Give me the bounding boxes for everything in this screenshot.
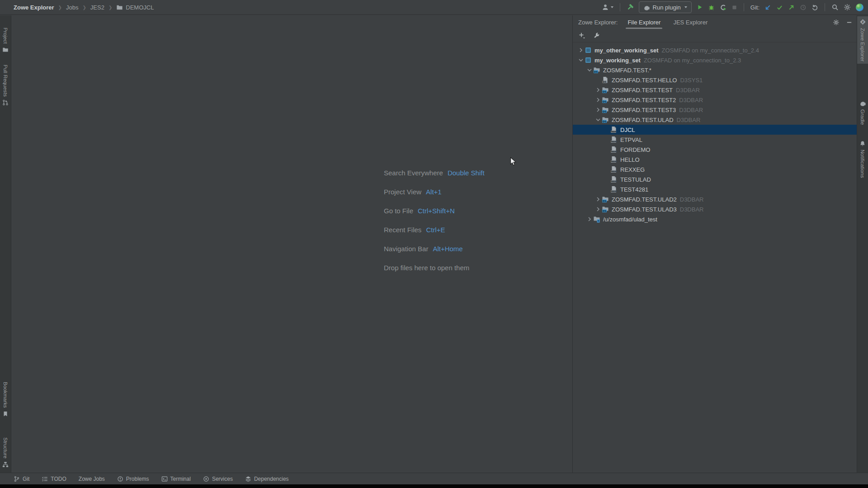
settings-gear-icon[interactable]: [844, 4, 851, 11]
breadcrumb-item-zowe-explorer[interactable]: Zowe Explorer: [14, 4, 54, 11]
chevron-down-icon[interactable]: [594, 116, 602, 123]
working-set-icon: [585, 47, 592, 54]
run-with-coverage-icon[interactable]: [720, 4, 726, 11]
breadcrumb-item-jobs[interactable]: Jobs: [66, 4, 78, 11]
breadcrumb-item-jes2[interactable]: JES2: [90, 4, 104, 11]
tree-item-zosmfad-test[interactable]: DSZOSMFAD.TEST.*: [573, 65, 857, 75]
user-account-icon[interactable]: [602, 4, 613, 11]
panel-minimize-icon[interactable]: [846, 19, 853, 26]
chevron-down-icon[interactable]: [577, 56, 585, 64]
tree-item-hello[interactable]: MEMHELLO: [573, 155, 857, 164]
commit-icon[interactable]: [776, 4, 783, 11]
svg-text:MEM: MEM: [611, 131, 616, 133]
tree-item-my-working-set[interactable]: my_working_setZOSMFAD on my_connection_t…: [573, 55, 857, 65]
ide-window: Zowe Explorer❯Jobs❯JES2❯DEMOJCL Run plug…: [0, 0, 868, 488]
run-configuration-select[interactable]: Run plugin: [639, 1, 692, 13]
stripe-button-bookmarks[interactable]: Bookmarks: [0, 380, 11, 419]
breadcrumb-item-demojcl[interactable]: DEMOJCL: [126, 4, 154, 11]
chevron-right-icon[interactable]: [577, 47, 585, 54]
svg-text:MEM: MEM: [611, 150, 616, 153]
edit-properties-button[interactable]: [593, 32, 600, 39]
run-icon[interactable]: [697, 4, 703, 10]
chevron-right-icon[interactable]: [594, 86, 602, 94]
add-working-set-button[interactable]: [578, 32, 585, 39]
svg-text:DS: DS: [603, 120, 607, 123]
services-icon: [203, 476, 209, 482]
breadcrumb: Zowe Explorer❯Jobs❯JES2❯DEMOJCL: [14, 4, 154, 11]
tree-item-zosmfad-test-hello[interactable]: DSZOSMFAD.TEST.HELLOD3SYS1: [573, 75, 857, 85]
member-icon: MEM: [610, 176, 618, 183]
tree-item-u-zosmfad-ulad-test[interactable]: /u/zosmfad/ulad_test: [573, 214, 857, 224]
indent-spacer: [594, 76, 602, 84]
update-project-icon[interactable]: [764, 4, 771, 11]
member-icon: MEM: [610, 166, 618, 173]
toolbar-separator: [744, 3, 744, 11]
toolwindow-button-todo[interactable]: TODO: [42, 476, 66, 482]
tree-item-suffix: D3DBAR: [680, 206, 704, 213]
tree-item-zosmfad-test-ulad3[interactable]: DSZOSMFAD.TEST.ULAD3D3DBAR: [573, 204, 857, 214]
ds-folder-icon: DS: [602, 96, 609, 103]
ds-folder-icon: DS: [602, 196, 609, 203]
svg-text:MEM: MEM: [611, 160, 616, 163]
search-everywhere-icon[interactable]: [831, 4, 839, 11]
stripe-button-gradle[interactable]: Gradle: [857, 98, 868, 127]
tree-item-djcl[interactable]: MEMDJCL: [573, 125, 857, 135]
toolwindow-button-dependencies[interactable]: Dependencies: [245, 476, 289, 482]
member-icon: MEM: [610, 136, 618, 143]
toolwindow-button-services[interactable]: Services: [203, 476, 233, 482]
toolwindow-button-zowe-jobs[interactable]: Zowe Jobs: [79, 476, 105, 482]
toolwindow-button-problems[interactable]: Problems: [117, 476, 149, 482]
tree-item-label: ZOSMFAD.TEST.ULAD: [612, 117, 674, 123]
toolwindow-button-git[interactable]: Git: [14, 476, 29, 482]
push-icon[interactable]: [788, 4, 795, 11]
chevron-right-icon[interactable]: [594, 196, 602, 203]
stripe-button-notifications[interactable]: Notifications: [857, 138, 868, 180]
tree-item-zosmfad-test-ulad2[interactable]: DSZOSMFAD.TEST.ULAD2D3DBAR: [573, 194, 857, 204]
tree-item-label: DJCL: [620, 127, 635, 133]
chevron-right-icon[interactable]: [586, 216, 593, 223]
toolwindow-button-terminal[interactable]: Terminal: [161, 476, 191, 482]
panel-settings-gear-icon[interactable]: [833, 19, 840, 26]
breadcrumb-separator: ❯: [108, 5, 112, 10]
editor-area: Search EverywhereDouble ShiftProject Vie…: [11, 15, 572, 473]
chevron-right-icon[interactable]: [594, 96, 602, 103]
tree-item-zosmfad-test-test3[interactable]: DSZOSMFAD.TEST.TEST3D3DBAR: [573, 105, 857, 115]
tree-item-zosmfad-test-test2[interactable]: DSZOSMFAD.TEST.TEST2D3DBAR: [573, 95, 857, 105]
tree-item-etpval[interactable]: MEMETPVAL: [573, 135, 857, 145]
build-icon[interactable]: [627, 4, 634, 11]
tree-item-zosmfad-test-ulad[interactable]: DSZOSMFAD.TEST.ULADD3DBAR: [573, 115, 857, 125]
tree-item-label: ZOSMFAD.TEST.ULAD3: [612, 206, 677, 213]
terminal-icon: [161, 476, 168, 482]
stripe-button-label: Structure: [3, 437, 8, 459]
structure-icon: [2, 461, 9, 468]
ds-folder-icon: DS: [602, 206, 609, 213]
tab-file-explorer[interactable]: File Explorer: [627, 16, 661, 29]
tree-item-zosmfad-test-test[interactable]: DSZOSMFAD.TEST.TESTD3DBAR: [573, 85, 857, 95]
chevron-right-icon[interactable]: [594, 206, 602, 213]
chevron-down-icon[interactable]: [586, 66, 593, 74]
svg-text:MEM: MEM: [611, 190, 616, 192]
profile-avatar[interactable]: [856, 4, 863, 11]
ds-folder-icon: DS: [602, 86, 609, 94]
tree-item-fordemo[interactable]: MEMFORDEMO: [573, 145, 857, 155]
ds-folder-icon: DS: [602, 116, 609, 123]
chevron-right-icon[interactable]: [594, 106, 602, 113]
stripe-button-pull-requests[interactable]: Pull Requests: [0, 62, 11, 108]
breadcrumb-separator: ❯: [58, 5, 62, 10]
tree-item-testulad[interactable]: MEMTESTULAD: [573, 174, 857, 184]
panel-header: Zowe Explorer: File ExplorerJES Explorer: [573, 15, 857, 29]
debug-icon[interactable]: [708, 4, 715, 11]
tree-item-rexxeg[interactable]: MEMREXXEG: [573, 164, 857, 174]
tree-item-label: ZOSMFAD.TEST.TEST: [612, 87, 673, 94]
stripe-button-label: Gradle: [860, 109, 865, 125]
indent-spacer: [603, 126, 610, 133]
tree-item-test4281[interactable]: MEMTEST4281: [573, 184, 857, 194]
stripe-button-project[interactable]: Project: [0, 25, 11, 55]
stripe-button-structure[interactable]: Structure: [0, 435, 11, 470]
svg-text:DS: DS: [603, 80, 606, 83]
tree-item-my-other-working-set[interactable]: my_other_working_setZOSMFAD on my_connec…: [573, 45, 857, 55]
stripe-button-zowe-explorer[interactable]: ZZowe Explorer: [857, 16, 868, 64]
tree-item-suffix: D3DBAR: [677, 117, 701, 123]
tab-jes-explorer[interactable]: JES Explorer: [672, 16, 708, 29]
rollback-icon[interactable]: [811, 4, 818, 11]
